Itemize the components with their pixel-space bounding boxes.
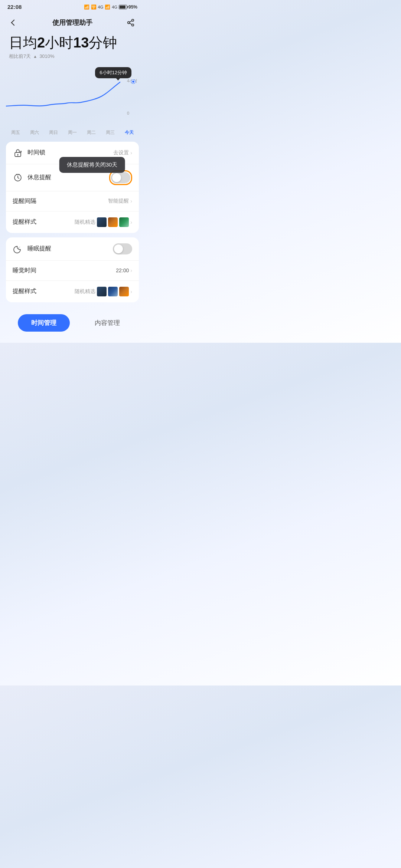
rest-reminder-toggle[interactable] [111,172,130,183]
time-lock-chevron: › [130,150,132,156]
x-label-tue: 周二 [87,129,96,136]
content-management-button[interactable]: 内容管理 [87,314,127,332]
sleep-reminder-label: 睡眠提醒 [27,245,51,253]
sleep-time-chevron: › [130,267,132,273]
y-label-0: 0 [127,111,137,115]
chart-line [6,78,120,115]
sleep-reminder-toggle[interactable] [113,243,132,254]
x-label-sat: 周六 [30,129,39,136]
reminder-style-thumbs [97,217,129,227]
sleep-style-value: 随机精选 [75,288,95,295]
chart-endpoint-dot [131,80,135,83]
sleep-thumb-2 [108,287,118,296]
reminder-interval-value: 智能提醒 [108,198,129,204]
minutes-value: 13 [73,35,89,50]
sleep-style-label: 提醒样式 [13,287,36,295]
rest-reminder-row: 休息提醒将关闭30天 休息提醒 [6,164,139,191]
signal2-icon: 📶 [105,4,110,10]
sleep-style-row[interactable]: 提醒样式 随机精选 › [6,281,139,302]
sleep-time-row[interactable]: 睡觉时间 22:00 › [6,261,139,281]
reminder-style-chevron: › [130,219,132,225]
sleep-time-right[interactable]: 22:00 › [116,267,132,273]
x-label-fri: 周五 [11,129,20,136]
time-lock-action[interactable]: 去设置 › [113,149,132,156]
status-time: 22:08 [7,4,22,10]
bottom-nav: 时间管理 内容管理 [0,308,145,343]
sleep-style-chevron: › [130,289,132,295]
sleep-time-value: 22:00 [116,267,129,273]
x-axis-labels: 周五 周六 周日 周一 周二 周三 今天 [0,126,145,136]
toggle-thumb [112,173,121,182]
time-lock-action-text: 去设置 [113,149,129,156]
daily-avg-display: 日均2小时13分钟 [9,34,136,52]
time-management-button[interactable]: 时间管理 [18,314,70,332]
back-button[interactable] [7,16,21,29]
reminder-interval-row[interactable]: 提醒间隔 智能提醒 › [6,191,139,211]
chart-tooltip: 6小时12分钟 [95,67,131,78]
usage-chart: 6小时12分钟 4小时 0 [6,67,139,126]
network2-icon: 4G [112,5,117,9]
x-label-today: 今天 [125,129,134,136]
sleep-style-right[interactable]: 随机精选 › [75,287,132,296]
status-icons: 📶 🛜 4G 📶 4G 95% [84,4,137,10]
rest-reminder-label: 休息提醒 [27,174,51,181]
time-lock-icon [13,148,23,158]
sleep-thumb-1 [97,287,107,296]
x-label-sun: 周日 [49,129,58,136]
reminder-style-label: 提醒样式 [13,218,36,226]
battery-icon [119,5,127,9]
time-lock-label: 时间锁 [27,149,45,157]
sleep-reminder-left: z z 睡眠提醒 [13,244,51,254]
comparison-percent: 3010% [39,53,54,59]
time-lock-left: 时间锁 [13,148,45,158]
thumb-3 [119,217,129,227]
back-arrow-icon [11,20,17,26]
share-button[interactable] [124,16,137,29]
reminder-interval-chevron: › [130,198,132,204]
reminder-style-row[interactable]: 提醒样式 随机精选 › [6,211,139,233]
comparison-label: 相比前7天 [9,53,31,60]
chart-y-labels: 4小时 0 [127,78,137,115]
page-title: 使用管理助手 [52,18,92,27]
battery-percent: 95% [128,4,137,10]
x-label-mon: 周一 [68,129,77,136]
sleep-thumb-3 [119,287,129,296]
svg-text:z: z [19,246,20,248]
time-lock-card: 时间锁 去设置 › 休息提醒将关闭30天 休息提醒 [6,142,139,233]
thumb-2 [108,217,118,227]
minutes-unit: 分钟 [89,35,117,50]
reminder-style-right[interactable]: 随机精选 › [75,217,132,227]
rest-reminder-left: 休息提醒 [13,172,51,183]
comparison-row: 相比前7天 ▲ 3010% [9,53,136,60]
reminder-interval-right[interactable]: 智能提醒 › [108,198,132,204]
network-icon: 4G [98,5,104,9]
header: 使用管理助手 [0,12,145,34]
hours-unit: 小时 [45,35,73,50]
x-label-wed: 周三 [106,129,115,136]
sleep-reminder-row: z z 睡眠提醒 [6,237,139,261]
wifi-icon: 🛜 [91,4,97,10]
sleep-time-label: 睡觉时间 [13,267,36,274]
sleep-toggle-thumb [114,244,123,253]
signal-icon: 📶 [84,4,89,10]
sleep-reminder-card: z z 睡眠提醒 睡觉时间 22:00 › 提醒样式 随机精选 › [6,237,139,302]
reminder-style-value: 随机精选 [75,219,95,226]
rest-reminder-tooltip: 休息提醒将关闭30天 [59,157,125,173]
status-bar: 22:08 📶 🛜 4G 📶 4G 95% [0,0,145,12]
reminder-interval-label: 提醒间隔 [13,197,36,205]
rest-reminder-icon [13,172,23,183]
stats-section: 日均2小时13分钟 相比前7天 ▲ 3010% [0,34,145,63]
up-arrow-icon: ▲ [33,54,37,59]
sleep-icon: z z [13,244,23,254]
thumb-1 [97,217,107,227]
daily-avg-prefix: 日均 [9,35,37,50]
hours-value: 2 [37,35,45,50]
share-icon [127,19,135,27]
sleep-style-thumbs [97,287,129,296]
